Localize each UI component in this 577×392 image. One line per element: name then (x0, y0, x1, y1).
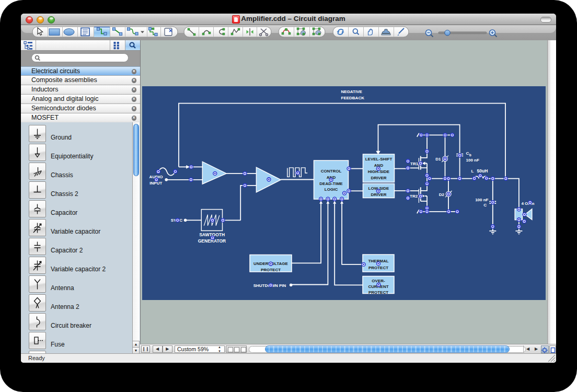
svg-text:D2: D2 (439, 192, 445, 197)
svg-text:TR2: TR2 (410, 194, 418, 199)
svg-text:OVER-: OVER- (372, 279, 385, 283)
svg-text:100 nF: 100 nF (475, 198, 488, 202)
svg-text:PROTECT: PROTECT (368, 266, 388, 270)
svg-text:NEGATIVE: NEGATIVE (341, 89, 363, 94)
svg-text:TR1: TR1 (410, 162, 419, 166)
svg-text:CONTROL: CONTROL (321, 169, 342, 174)
svg-text:LEVEL-SHIFT: LEVEL-SHIFT (365, 157, 393, 162)
svg-text:PROTECT: PROTECT (261, 268, 281, 272)
svg-text:FEEDBACK: FEEDBACK (341, 96, 365, 100)
svg-text:4 Ohm: 4 Ohm (521, 201, 534, 206)
svg-text:LOGIC: LOGIC (325, 187, 338, 192)
svg-text:PROTECT: PROTECT (368, 290, 388, 295)
svg-text:C: C (466, 151, 469, 156)
svg-text:D1: D1 (435, 157, 441, 162)
svg-text:100 nF: 100 nF (466, 158, 479, 163)
svg-text:b: b (469, 153, 471, 157)
svg-text:L: L (471, 169, 474, 174)
svg-text:C: C (483, 203, 487, 207)
svg-text:DRIVER: DRIVER (371, 176, 386, 180)
svg-text:50uH: 50uH (477, 168, 488, 174)
